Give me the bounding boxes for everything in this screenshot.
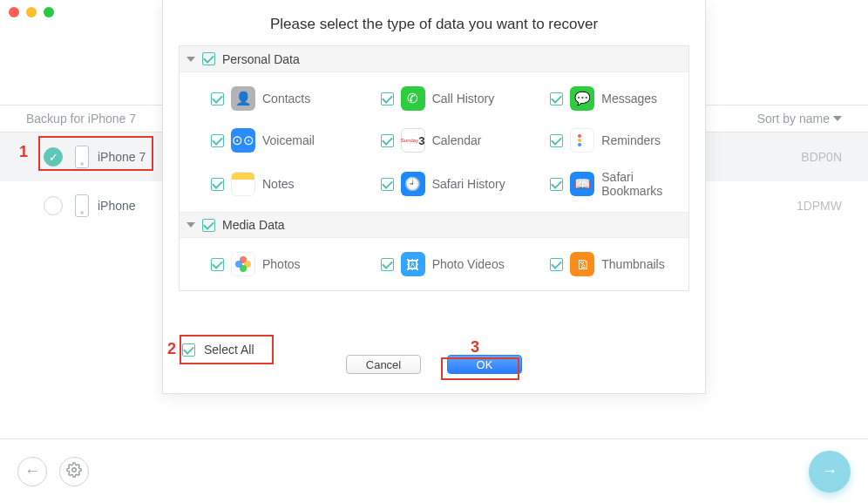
calendar-icon: Sunday 3 [401,128,425,153]
item-checkbox[interactable] [381,178,394,191]
item-checkbox[interactable] [211,92,224,105]
item-voicemail[interactable]: ⊙⊙ Voicemail [180,119,349,161]
phone-call-icon: ✆ [401,86,425,111]
section-media-data[interactable]: Media Data [180,212,688,238]
item-photo-videos[interactable]: 🖼 Photo Videos [349,243,519,285]
notes-icon [231,172,255,196]
item-checkbox[interactable] [211,134,224,147]
item-label: Reminders [601,133,661,147]
back-button[interactable]: ← [17,457,47,486]
section-title: Personal Data [222,52,300,66]
step-3-highlight [441,357,519,380]
item-label: Thumbnails [601,257,664,271]
step-1-highlight [38,136,153,171]
gear-icon [66,462,82,480]
reminders-icon [570,128,594,153]
item-safari-history[interactable]: 🕘 Safari History [349,161,519,207]
item-label: Contacts [262,92,310,105]
item-checkbox[interactable] [550,134,563,147]
item-label: Photo Videos [432,257,505,271]
photo-video-icon: 🖼 [401,252,425,276]
item-contacts[interactable]: 👤 Contacts [180,78,349,119]
item-label: Voicemail [262,133,315,147]
settings-button[interactable] [59,457,89,486]
bottom-bar: ← → [0,438,868,503]
window-controls [9,7,54,17]
item-thumbnails[interactable]: 🖻 Thumbnails [519,243,688,285]
collapse-icon [186,222,195,228]
thumbnails-icon: 🖻 [570,252,594,276]
item-checkbox[interactable] [550,258,563,271]
section-personal-data[interactable]: Personal Data [180,46,688,72]
close-icon[interactable] [9,7,19,17]
item-label: Messages [601,92,657,105]
device-name: iPhone [98,199,136,213]
item-checkbox[interactable] [381,258,394,271]
phone-icon [75,194,89,217]
radio-unselected-icon[interactable] [44,196,63,215]
sort-label: Sort by name [757,112,830,126]
voicemail-icon: ⊙⊙ [231,128,255,153]
collapse-icon [186,57,195,62]
item-checkbox[interactable] [550,178,563,191]
item-label: Calendar [432,133,482,147]
category-container: Personal Data 👤 Contacts ✆ Call History … [179,45,689,291]
item-notes[interactable]: Notes [180,161,349,207]
step-3-label: 3 [471,338,479,357]
item-checkbox[interactable] [211,178,224,191]
item-checkbox[interactable] [211,258,224,271]
item-photos[interactable]: Photos [180,243,349,285]
item-label: Notes [262,177,295,191]
item-safari-bookmarks[interactable]: 📖 Safari Bookmarks [519,161,688,207]
item-calendar[interactable]: Sunday 3 Calendar [349,119,519,161]
cancel-label: Cancel [366,358,401,371]
step-1-label: 1 [19,143,28,161]
step-2-highlight [180,335,274,364]
sort-control[interactable]: Sort by name [757,112,842,126]
contacts-icon: 👤 [231,86,255,111]
modal-title: Please select the type of data you want … [163,0,705,45]
item-checkbox[interactable] [550,92,563,105]
section-checkbox[interactable] [202,52,215,65]
minimize-icon[interactable] [26,7,37,17]
chevron-down-icon [833,116,842,121]
safari-history-icon: 🕘 [401,172,425,196]
item-label: Photos [262,257,301,271]
item-messages[interactable]: 💬 Messages [519,78,688,119]
section-title: Media Data [222,218,285,232]
next-button[interactable]: → [809,451,851,493]
arrow-left-icon: ← [24,462,40,480]
cancel-button[interactable]: Cancel [346,355,421,374]
device-serial: BDP0N [801,150,842,164]
messages-icon: 💬 [570,86,594,111]
maximize-icon[interactable] [44,7,54,17]
item-checkbox[interactable] [381,134,394,147]
section-checkbox[interactable] [202,219,215,232]
item-label: Call History [432,92,495,105]
svg-point-0 [72,468,77,472]
step-2-label: 2 [167,340,176,358]
item-call-history[interactable]: ✆ Call History [349,78,519,119]
arrow-right-icon: → [822,462,837,480]
item-checkbox[interactable] [381,92,394,105]
item-reminders[interactable]: Reminders [519,119,688,161]
item-label: Safari History [432,177,505,191]
item-label: Safari Bookmarks [601,170,688,198]
device-serial: 1DPMW [797,199,842,213]
list-header-label: Backup for iPhone 7 [26,112,136,126]
photos-icon [231,252,255,276]
safari-bookmarks-icon: 📖 [570,172,594,196]
